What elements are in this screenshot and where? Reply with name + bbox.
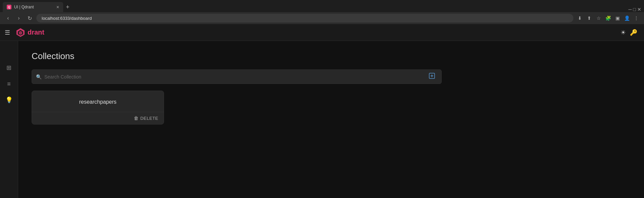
collections-grid: researchpapers 🗑 DELETE xyxy=(32,91,631,125)
sidebar-toggle-icon[interactable]: ▣ xyxy=(614,14,621,22)
new-tab-button[interactable]: + xyxy=(63,2,72,12)
sidebar-item-dashboard[interactable]: ⊞ xyxy=(2,61,16,75)
download-icon[interactable]: ⬇ xyxy=(576,14,583,22)
maximize-button[interactable]: □ xyxy=(633,7,636,12)
search-input[interactable] xyxy=(44,74,427,80)
app-container: ⊞ ≡ 💡 Collections 🔍 xyxy=(0,24,644,198)
qdrant-logo-icon xyxy=(15,28,26,38)
refresh-button[interactable]: ↻ xyxy=(26,14,34,22)
page-title: Collections xyxy=(32,51,631,61)
search-bar-container: 🔍 xyxy=(32,69,442,84)
share-icon[interactable]: ⬆ xyxy=(586,14,593,22)
browser-chrome: Q UI | Qdrant × + ─ □ ✕ ‹ › ↻ ⬇ ⬆ ☆ 🧩 ▣ … xyxy=(0,0,644,24)
menu-icon[interactable]: ⋮ xyxy=(633,14,640,22)
app-logo-text: drant xyxy=(28,29,44,36)
dashboard-icon: ⊞ xyxy=(6,64,11,71)
app-header-left: ☰ drant xyxy=(3,28,44,38)
tab-bar: Q UI | Qdrant × + ─ □ ✕ xyxy=(0,0,644,12)
tab-title: UI | Qdrant xyxy=(14,5,54,9)
main-content: Collections 🔍 researchpapers xyxy=(18,41,644,198)
tab-favicon: Q xyxy=(7,5,11,9)
theme-toggle-button[interactable]: ☀ xyxy=(620,29,626,36)
delete-collection-button[interactable]: 🗑 DELETE xyxy=(134,115,158,121)
profile-icon[interactable]: 👤 xyxy=(623,14,631,22)
add-collection-button[interactable] xyxy=(427,72,437,82)
app-header-right: ☀ 🔑 xyxy=(620,29,637,36)
tab-close-button[interactable]: × xyxy=(56,5,59,9)
search-input-wrapper: 🔍 xyxy=(36,74,427,80)
active-tab[interactable]: Q UI | Qdrant × xyxy=(3,2,63,12)
sidebar-item-collections[interactable]: ≡ xyxy=(2,77,16,91)
minimize-button[interactable]: ─ xyxy=(629,7,632,12)
toolbar-actions: ⬇ ⬆ ☆ 🧩 ▣ 👤 ⋮ xyxy=(576,14,640,22)
collections-icon: ≡ xyxy=(7,81,11,88)
forward-button[interactable]: › xyxy=(15,14,23,22)
collection-card: researchpapers 🗑 DELETE xyxy=(32,91,164,125)
bookmark-icon[interactable]: ☆ xyxy=(595,14,602,22)
api-key-button[interactable]: 🔑 xyxy=(630,29,637,36)
delete-label: DELETE xyxy=(140,116,158,121)
trash-icon: 🗑 xyxy=(134,115,139,121)
close-button[interactable]: ✕ xyxy=(637,7,641,12)
collection-card-actions: 🗑 DELETE xyxy=(32,112,164,124)
sidebar-item-console[interactable]: 💡 xyxy=(2,93,16,107)
address-bar[interactable] xyxy=(36,14,573,22)
back-button[interactable]: ‹ xyxy=(4,14,12,22)
console-icon: 💡 xyxy=(5,96,13,104)
search-icon: 🔍 xyxy=(36,74,42,80)
extensions-icon[interactable]: 🧩 xyxy=(604,14,612,22)
app-header: ☰ drant ☀ 🔑 xyxy=(0,24,644,41)
hamburger-button[interactable]: ☰ xyxy=(3,28,11,38)
browser-toolbar: ‹ › ↻ ⬇ ⬆ ☆ 🧩 ▣ 👤 ⋮ xyxy=(0,12,644,24)
collection-name[interactable]: researchpapers xyxy=(32,91,164,112)
add-collection-icon xyxy=(429,72,435,79)
app-logo: drant xyxy=(15,28,44,38)
sidebar: ⊞ ≡ 💡 xyxy=(0,41,18,198)
